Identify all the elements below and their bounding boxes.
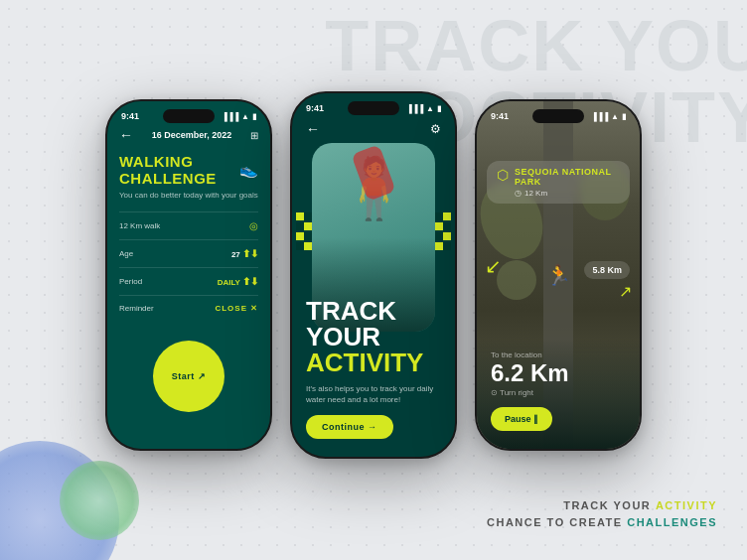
challenge-title: WALKING CHALLENGE 👟 (119, 153, 258, 187)
phone-1: 9:41 ▐▐▐ ▲ ▮ ← 16 December, 2022 ⊞ WALKI… (105, 99, 272, 451)
runner-figure: 🏃 (546, 263, 571, 287)
turn-direction: ⊙ Turn right (491, 388, 626, 397)
location-label: To the location (491, 350, 626, 359)
signal-icon: ▐▐▐ (222, 112, 238, 121)
continue-label: Continue → (322, 422, 377, 432)
phone-2-time: 9:41 (306, 103, 324, 113)
phone-1-status-icons: ▐▐▐ ▲ ▮ (222, 112, 256, 121)
grid-icon[interactable]: ⊞ (250, 130, 258, 141)
park-info-overlay: ⬡ SEQUOIA NATIONAL PARK ◷ 12 Km (477, 161, 640, 210)
track-title: TRACK YOUR ACTIVITY (306, 298, 441, 375)
check-icon[interactable]: ◎ (249, 220, 258, 231)
walking-icon: 👟 (239, 161, 259, 179)
checkerboard-left (296, 212, 312, 250)
walk-label: 12 Km walk (119, 221, 160, 230)
bottom-tagline: TRACK YOUR ACTIVITY CHANCE TO CREATE CHA… (487, 497, 717, 532)
park-distance-value: 12 Km (524, 189, 547, 198)
direction-arrow-right: ↗ (619, 282, 632, 301)
wifi-icon-3: ▲ (611, 112, 619, 121)
phone-3-status-bar: 9:41 ▐▐▐ ▲ ▮ (477, 101, 640, 125)
tagline-line2-prefix: CHANCE TO CREATE (487, 516, 623, 528)
direction-arrow-left: ↙ (485, 254, 502, 278)
tagline-line1-prefix: TRACK YOUR (563, 499, 651, 511)
battery-icon-3: ▮ (622, 112, 626, 121)
period-value: DAILY ⬆⬇ (218, 276, 258, 287)
tagline-line1-accent: ACTIVITY (656, 499, 717, 511)
track-title-line2: ACTIVITY (306, 350, 441, 375)
challenge-title-text: WALKING CHALLENGE (119, 153, 235, 187)
form-row-reminder: Reminder CLOSE ✕ (119, 295, 258, 321)
location-pin-icon: ⬡ (497, 167, 509, 183)
battery-icon-2: ▮ (437, 104, 441, 113)
phone-2: 🧍 9:41 ▐▐▐ ▲ ▮ ← (290, 91, 457, 459)
wifi-icon-2: ▲ (426, 104, 434, 113)
phone-2-bottom-content: TRACK YOUR ACTIVITY It's also helps you … (292, 286, 455, 457)
checkerboard-right (435, 212, 451, 250)
challenge-subtitle: You can do better today with your goals (119, 191, 258, 200)
location-distance: 6.2 Km (491, 361, 626, 385)
start-label: Start ↗ (172, 371, 207, 381)
settings-icon[interactable]: ⚙ (430, 122, 441, 136)
decorative-blob-green (60, 461, 139, 540)
wifi-icon: ▲ (241, 112, 249, 121)
phones-container: 9:41 ▐▐▐ ▲ ▮ ← 16 December, 2022 ⊞ WALKI… (105, 91, 642, 459)
park-distance: ◷ 12 Km (515, 189, 620, 198)
form-row-period: Period DAILY ⬆⬇ (119, 267, 258, 295)
signal-icon-2: ▐▐▐ (406, 104, 423, 113)
age-value: 27 ⬆⬇ (231, 248, 258, 259)
continue-button[interactable]: Continue → (306, 415, 393, 439)
phone-2-nav: ← ⚙ (292, 117, 455, 141)
signal-icon-3: ▐▐▐ (591, 112, 608, 121)
nav-date: 16 December, 2022 (152, 130, 232, 140)
age-label: Age (119, 249, 133, 258)
close-x-icon: ✕ (250, 304, 258, 313)
reminder-label: Reminder (119, 304, 154, 313)
back-arrow-icon[interactable]: ← (119, 127, 133, 143)
close-button[interactable]: CLOSE ✕ (215, 304, 258, 313)
start-button[interactable]: Start ↗ (153, 341, 224, 412)
phone-2-back-icon[interactable]: ← (306, 121, 320, 137)
phone-3-status-icons: ▐▐▐ ▲ ▮ (591, 112, 626, 121)
track-description: It's also helps you to track your daily … (306, 383, 441, 405)
phone-3-time: 9:41 (491, 111, 509, 121)
park-name: SEQUOIA NATIONAL PARK (515, 167, 620, 187)
track-title-line1: TRACK YOUR (306, 298, 441, 350)
phone-1-notch (163, 109, 215, 123)
phone-3: 9:41 ▐▐▐ ▲ ▮ ⬡ SEQUOIA NATIONAL PARK ◷ 1… (475, 99, 642, 451)
mid-distance-bubble: 5.8 Km (584, 261, 630, 279)
pause-button[interactable]: Pause ‖ (491, 407, 552, 431)
clock-icon: ◷ (515, 189, 522, 198)
close-label: CLOSE (215, 304, 247, 313)
pause-label: Pause ‖ (505, 414, 538, 424)
phone-1-time: 9:41 (121, 111, 139, 121)
phone-1-nav: ← 16 December, 2022 ⊞ (119, 125, 258, 145)
period-label: Period (119, 277, 142, 286)
phone-1-main-content: ← 16 December, 2022 ⊞ WALKING CHALLENGE … (107, 125, 270, 412)
battery-icon: ▮ (252, 112, 256, 121)
phone-2-notch (348, 101, 399, 115)
form-row-age: Age 27 ⬆⬇ (119, 239, 258, 267)
park-name-box: ⬡ SEQUOIA NATIONAL PARK ◷ 12 Km (487, 161, 630, 204)
phone-2-status-icons: ▐▐▐ ▲ ▮ (406, 104, 441, 113)
terrain-patch-3 (497, 260, 536, 300)
phone-3-bottom-panel: To the location 6.2 Km ⊙ Turn right Paus… (477, 339, 640, 449)
form-row-walk: 12 Km walk ◎ (119, 211, 258, 239)
tagline-line2-accent: CHALLENGES (627, 516, 717, 528)
